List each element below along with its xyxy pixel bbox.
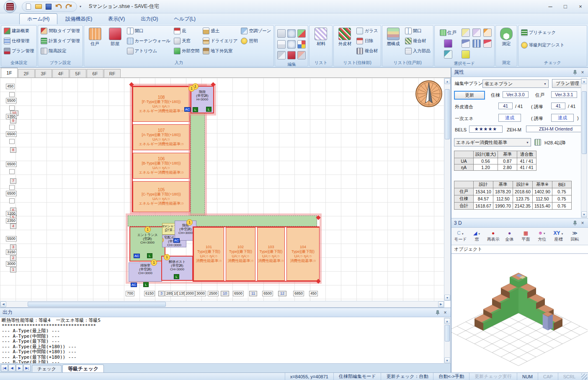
layout-type-button[interactable]: 間取タイプ管理 <box>39 26 81 36</box>
unit-105[interactable]: 105 [C-Type](最下階(+180)) UA:○ ηA:○ エネルギー消… <box>133 181 190 212</box>
3d-viewport[interactable] <box>451 254 588 372</box>
layer-colors-icon[interactable] <box>297 40 306 49</box>
unit-104[interactable]: 104 Type](最下階) UA:○ ηA:○ 消費性能基準:○ <box>286 227 320 281</box>
select-zone-mode-icon[interactable] <box>444 39 452 48</box>
auto-manual-toggle[interactable]: 自動<->手動 <box>433 373 469 380</box>
3d-tool-button[interactable]: ●▼ 再表示 <box>485 230 501 242</box>
layer-composition-button[interactable]: 層構成 <box>384 26 403 47</box>
floor-height-button[interactable]: 階高設定 <box>39 46 81 56</box>
3d-tool-button[interactable]: XY▼ 座標 <box>550 230 567 242</box>
dwelling-unit-button[interactable]: 住戸 <box>85 26 105 47</box>
3d-tool-button[interactable]: C▼ モード <box>452 230 469 242</box>
3d-tool-button[interactable]: ●▼ 全体 <box>501 230 518 242</box>
copy-icon[interactable] <box>277 40 286 49</box>
maximize-button[interactable]: □ <box>558 1 573 12</box>
rotate-left-icon[interactable] <box>287 29 296 38</box>
energy-standard-select[interactable]: エネルギー消費性能基準 ▼ <box>454 138 531 146</box>
curtain-wall-button[interactable]: カーテンウォール <box>126 36 172 46</box>
unit-107[interactable]: 107 [A-Type](最下階(+180)) UA:○ ηA:○ エネルギー消… <box>133 124 190 150</box>
plan-manage-button[interactable]: プラン管理 <box>552 79 583 88</box>
resize-grip[interactable] <box>581 374 587 380</box>
paste-icon[interactable] <box>277 29 286 38</box>
scroll-down-icon[interactable]: ▼ <box>444 295 450 300</box>
app-menu-button[interactable] <box>2 0 18 13</box>
vertical-wing-units[interactable]: 108 [F-Type](最下階(+180)) UA:○ ηA:○ エネルギー消… <box>132 86 191 212</box>
spec-management-button[interactable]: 仕様管理 <box>3 36 35 46</box>
shading-list-button[interactable]: 日除 <box>355 36 379 46</box>
calc-type-button[interactable]: 計算タイプ管理 <box>39 36 81 46</box>
composite-list-button[interactable]: 複合材 <box>355 46 379 56</box>
redo-button[interactable] <box>65 3 72 10</box>
rotate-right-icon[interactable] <box>287 40 296 49</box>
select-frame-mode-icon[interactable] <box>483 28 492 37</box>
entrance-room[interactable]: エントランス (空調) CH=3000 1 AC L <box>129 226 165 262</box>
open-file-button[interactable] <box>35 3 42 10</box>
opening-button[interactable]: 開口 <box>126 26 172 36</box>
scroll-left-icon[interactable]: ◀ <box>0 301 6 307</box>
qat-dropdown-icon[interactable]: ▾ <box>80 5 81 8</box>
attributes-scrollbar[interactable]: ▲ ▼ <box>581 78 587 218</box>
underground-room-button[interactable]: 地下外気室 <box>201 46 239 56</box>
scroll-up-icon[interactable]: ▲ <box>581 78 587 84</box>
floor-plan-canvas[interactable]: 4505500101350965008650076500612005235045… <box>0 78 444 301</box>
prev-tab-icon[interactable]: ◀ <box>8 365 15 372</box>
mailbox-room[interactable]: 郵便ポスト (非空調) CH=3000 1 L <box>161 256 193 281</box>
select-roof-mode-icon[interactable] <box>462 39 470 48</box>
new-file-button[interactable] <box>25 3 32 10</box>
output-scrollbar[interactable]: ▲ ▼ <box>444 318 450 364</box>
lighting-button[interactable]: 照明 <box>240 36 272 46</box>
measure-button[interactable]: 測定 <box>497 26 516 47</box>
unit-103[interactable]: 103 Type](最下階) UA:○ ηA:○ 消費性能基準:○ <box>257 227 285 281</box>
select-dwelling-button[interactable]: 住戸 <box>440 29 456 36</box>
envelope-material-button[interactable]: 外皮材 <box>335 26 354 47</box>
dry-area-button[interactable]: ドライエリア <box>201 36 239 46</box>
scroll-down-icon[interactable]: ▼ <box>444 357 450 363</box>
delete-object-icon[interactable] <box>297 29 306 38</box>
last-tab-icon[interactable]: ▶| <box>23 365 31 372</box>
input-parts-button[interactable]: 入力部品 <box>404 46 432 56</box>
ribbon-tab[interactable]: 出力(O) <box>133 13 166 24</box>
scrollbar-thumb[interactable] <box>582 91 587 154</box>
opening-list-button[interactable]: 開口 <box>404 26 432 36</box>
scroll-right-icon[interactable]: ▶ <box>438 301 444 307</box>
stacked-boxes-icon[interactable] <box>297 51 306 59</box>
select-opening-mode-icon[interactable] <box>444 50 452 59</box>
unit-108[interactable]: 108 [F-Type](最下階(+180)) UA:○ ηA:○ エネルギー消… <box>133 87 190 122</box>
room-button[interactable]: 部屋 <box>106 26 125 47</box>
ribbon-tab[interactable]: ホーム(H) <box>19 13 57 24</box>
floor-tab[interactable]: 4F <box>52 69 69 77</box>
grade-assist-button[interactable]: 等級判定アシスト <box>520 41 566 50</box>
table-grid-icon[interactable] <box>534 139 541 146</box>
glass-list-button[interactable]: ガラス <box>355 26 379 36</box>
scroll-up-icon[interactable]: ▲ <box>444 78 450 84</box>
close-panel-icon[interactable]: × <box>442 310 448 316</box>
ribbon-tab[interactable]: ヘルプ(L) <box>166 13 204 24</box>
scrollbar-thumb[interactable] <box>28 302 166 307</box>
minimize-button[interactable]: ─ <box>543 1 558 12</box>
hvac-zone-button[interactable]: 空調ゾーン <box>240 26 272 36</box>
first-tab-icon[interactable]: |◀ <box>1 365 8 372</box>
exterior-space-button[interactable]: 外部空間 <box>173 46 201 56</box>
output-tab[interactable]: 等級チェック <box>62 365 104 372</box>
floor-tab[interactable]: 2F <box>18 69 35 77</box>
building-summary-button[interactable]: 建築概要 <box>3 26 35 36</box>
duplicate-icon[interactable] <box>277 51 286 59</box>
horizontal-wing-units[interactable]: 101 Type](最下階) UA:○ ηA:○ 消費性能基準:○ 102 Ty… <box>193 226 320 282</box>
red-book-icon[interactable] <box>287 51 296 59</box>
atrium-button[interactable]: アトリウム <box>126 46 172 56</box>
3d-tool-button[interactable]: ≫▼ 回転 <box>567 230 583 242</box>
update-button[interactable]: 更新 <box>454 91 485 100</box>
pin-icon[interactable] <box>572 69 578 75</box>
floor-tab[interactable]: RF <box>104 69 121 77</box>
plan-select[interactable]: 省エネプラン ▼ <box>482 80 549 88</box>
plan-management-button[interactable]: プラン管理 <box>3 46 35 56</box>
scroll-up-icon[interactable]: ▲ <box>444 318 450 324</box>
save-button[interactable] <box>45 3 52 10</box>
horizontal-wing[interactable]: エントランス (空調) CH=3000 1 AC L 掃除室 (非空調) CH=… <box>128 216 320 282</box>
close-panel-icon[interactable]: × <box>580 220 585 226</box>
pin-icon[interactable] <box>572 220 578 226</box>
scroll-down-icon[interactable]: ▼ <box>581 211 587 217</box>
ribbon-tab[interactable]: 表示(V) <box>100 13 133 24</box>
corridor-horizontal[interactable] <box>128 216 317 226</box>
next-tab-icon[interactable]: ▶ <box>16 365 23 372</box>
